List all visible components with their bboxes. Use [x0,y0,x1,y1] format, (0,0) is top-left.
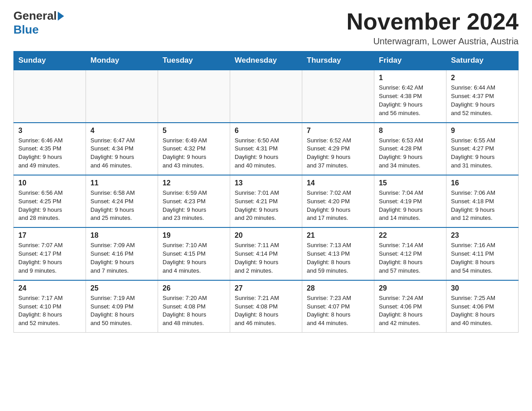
day-number: 3 [18,127,81,135]
day-cell: 14Sunrise: 7:02 AM Sunset: 4:20 PM Dayli… [302,175,374,227]
day-cell [230,70,302,122]
day-cell: 8Sunrise: 6:53 AM Sunset: 4:28 PM Daylig… [374,123,446,175]
day-number: 23 [451,231,514,240]
title-area: November 2024 Unterwagram, Lower Austria… [347,9,519,47]
day-info: Sunrise: 6:46 AM Sunset: 4:35 PM Dayligh… [18,137,81,170]
day-info: Sunrise: 7:11 AM Sunset: 4:14 PM Dayligh… [235,241,297,275]
day-cell: 29Sunrise: 7:24 AM Sunset: 4:06 PM Dayli… [374,280,446,333]
day-number: 5 [163,127,225,135]
day-info: Sunrise: 7:17 AM Sunset: 4:10 PM Dayligh… [18,294,81,328]
day-info: Sunrise: 7:13 AM Sunset: 4:13 PM Dayligh… [307,241,369,275]
day-number: 8 [379,127,442,135]
day-cell [302,70,374,122]
day-cell: 23Sunrise: 7:16 AM Sunset: 4:11 PM Dayli… [446,227,519,280]
day-cell: 16Sunrise: 7:06 AM Sunset: 4:18 PM Dayli… [446,175,519,227]
header-row: SundayMondayTuesdayWednesdayThursdayFrid… [14,51,519,70]
day-cell: 30Sunrise: 7:25 AM Sunset: 4:06 PM Dayli… [446,280,519,333]
location-title: Unterwagram, Lower Austria, Austria [347,36,519,47]
day-info: Sunrise: 6:56 AM Sunset: 4:25 PM Dayligh… [18,189,81,223]
day-number: 6 [235,127,297,135]
day-cell: 15Sunrise: 7:04 AM Sunset: 4:19 PM Dayli… [374,175,446,227]
day-info: Sunrise: 6:59 AM Sunset: 4:23 PM Dayligh… [163,189,225,223]
column-header-saturday: Saturday [446,51,519,70]
day-cell: 27Sunrise: 7:21 AM Sunset: 4:08 PM Dayli… [230,280,302,333]
day-cell [86,70,158,122]
day-cell: 7Sunrise: 6:52 AM Sunset: 4:29 PM Daylig… [302,123,374,175]
day-number: 16 [451,179,514,187]
day-info: Sunrise: 7:09 AM Sunset: 4:16 PM Dayligh… [90,241,153,275]
day-number: 11 [90,179,153,187]
day-cell: 9Sunrise: 6:55 AM Sunset: 4:27 PM Daylig… [446,123,519,175]
day-cell: 24Sunrise: 7:17 AM Sunset: 4:10 PM Dayli… [14,280,86,333]
day-cell: 12Sunrise: 6:59 AM Sunset: 4:23 PM Dayli… [158,175,230,227]
day-info: Sunrise: 7:25 AM Sunset: 4:06 PM Dayligh… [451,294,514,328]
day-info: Sunrise: 6:53 AM Sunset: 4:28 PM Dayligh… [379,137,442,170]
day-number: 25 [90,284,153,292]
day-cell: 17Sunrise: 7:07 AM Sunset: 4:17 PM Dayli… [14,227,86,280]
day-number: 9 [451,127,514,135]
day-number: 4 [90,127,153,135]
week-row-2: 3Sunrise: 6:46 AM Sunset: 4:35 PM Daylig… [14,123,519,175]
day-number: 28 [307,284,369,292]
week-row-1: 1Sunrise: 6:42 AM Sunset: 4:38 PM Daylig… [14,70,519,122]
day-cell: 20Sunrise: 7:11 AM Sunset: 4:14 PM Dayli… [230,227,302,280]
day-number: 7 [307,127,369,135]
day-info: Sunrise: 7:20 AM Sunset: 4:08 PM Dayligh… [163,294,225,328]
logo-triangle-icon [58,12,64,21]
day-info: Sunrise: 6:58 AM Sunset: 4:24 PM Dayligh… [90,189,153,223]
day-cell: 6Sunrise: 6:50 AM Sunset: 4:31 PM Daylig… [230,123,302,175]
day-info: Sunrise: 7:02 AM Sunset: 4:20 PM Dayligh… [307,189,369,223]
day-number: 29 [379,284,442,292]
day-number: 1 [379,74,442,82]
day-info: Sunrise: 6:50 AM Sunset: 4:31 PM Dayligh… [235,137,297,170]
day-cell: 28Sunrise: 7:23 AM Sunset: 4:07 PM Dayli… [302,280,374,333]
day-number: 22 [379,231,442,240]
day-number: 18 [90,231,153,240]
column-header-tuesday: Tuesday [158,51,230,70]
day-number: 17 [18,231,81,240]
day-cell: 26Sunrise: 7:20 AM Sunset: 4:08 PM Dayli… [158,280,230,333]
day-info: Sunrise: 6:52 AM Sunset: 4:29 PM Dayligh… [307,137,369,170]
day-cell: 4Sunrise: 6:47 AM Sunset: 4:34 PM Daylig… [86,123,158,175]
day-info: Sunrise: 7:24 AM Sunset: 4:06 PM Dayligh… [379,294,442,328]
day-info: Sunrise: 6:42 AM Sunset: 4:38 PM Dayligh… [379,84,442,117]
day-cell: 5Sunrise: 6:49 AM Sunset: 4:32 PM Daylig… [158,123,230,175]
day-number: 14 [307,179,369,187]
day-info: Sunrise: 7:06 AM Sunset: 4:18 PM Dayligh… [451,189,514,223]
day-cell: 25Sunrise: 7:19 AM Sunset: 4:09 PM Dayli… [86,280,158,333]
day-info: Sunrise: 6:47 AM Sunset: 4:34 PM Dayligh… [90,137,153,170]
column-header-monday: Monday [86,51,158,70]
day-cell: 19Sunrise: 7:10 AM Sunset: 4:15 PM Dayli… [158,227,230,280]
week-row-3: 10Sunrise: 6:56 AM Sunset: 4:25 PM Dayli… [14,175,519,227]
day-number: 10 [18,179,81,187]
logo-blue-text: Blue [13,23,39,37]
day-number: 20 [235,231,297,240]
day-cell: 21Sunrise: 7:13 AM Sunset: 4:13 PM Dayli… [302,227,374,280]
day-cell: 18Sunrise: 7:09 AM Sunset: 4:16 PM Dayli… [86,227,158,280]
day-number: 30 [451,284,514,292]
day-cell: 22Sunrise: 7:14 AM Sunset: 4:12 PM Dayli… [374,227,446,280]
day-info: Sunrise: 6:44 AM Sunset: 4:37 PM Dayligh… [451,84,514,117]
day-number: 12 [163,179,225,187]
day-cell: 13Sunrise: 7:01 AM Sunset: 4:21 PM Dayli… [230,175,302,227]
day-cell: 2Sunrise: 6:44 AM Sunset: 4:37 PM Daylig… [446,70,519,122]
day-info: Sunrise: 6:55 AM Sunset: 4:27 PM Dayligh… [451,137,514,170]
day-number: 19 [163,231,225,240]
day-cell: 3Sunrise: 6:46 AM Sunset: 4:35 PM Daylig… [14,123,86,175]
day-cell: 11Sunrise: 6:58 AM Sunset: 4:24 PM Dayli… [86,175,158,227]
logo-general-text: General [13,9,57,23]
day-number: 15 [379,179,442,187]
header: General Blue November 2024 Unterwagram, … [13,9,519,47]
column-header-sunday: Sunday [14,51,86,70]
day-number: 13 [235,179,297,187]
day-info: Sunrise: 7:01 AM Sunset: 4:21 PM Dayligh… [235,189,297,223]
day-info: Sunrise: 7:14 AM Sunset: 4:12 PM Dayligh… [379,241,442,275]
day-number: 26 [163,284,225,292]
column-header-friday: Friday [374,51,446,70]
day-info: Sunrise: 6:49 AM Sunset: 4:32 PM Dayligh… [163,137,225,170]
day-info: Sunrise: 7:19 AM Sunset: 4:09 PM Dayligh… [90,294,153,328]
day-cell: 1Sunrise: 6:42 AM Sunset: 4:38 PM Daylig… [374,70,446,122]
day-info: Sunrise: 7:16 AM Sunset: 4:11 PM Dayligh… [451,241,514,275]
day-info: Sunrise: 7:21 AM Sunset: 4:08 PM Dayligh… [235,294,297,328]
calendar-table: SundayMondayTuesdayWednesdayThursdayFrid… [13,51,519,333]
